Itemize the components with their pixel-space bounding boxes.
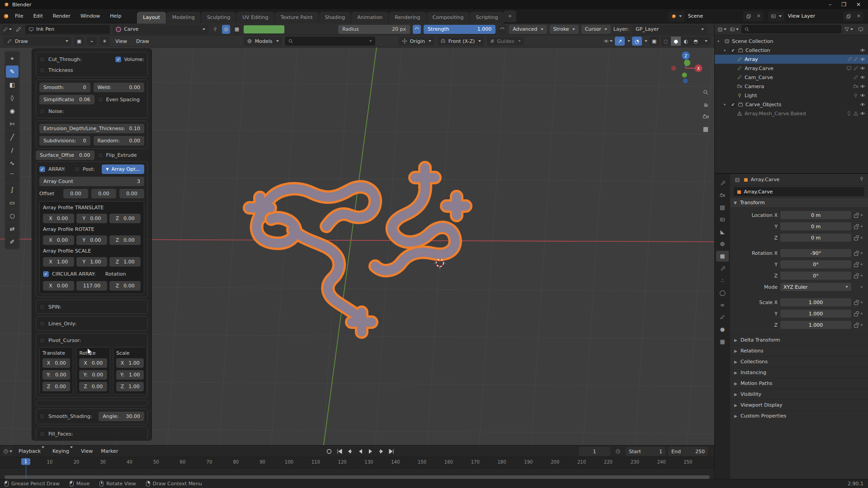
frame-start-field[interactable]: Start1 bbox=[626, 447, 665, 456]
aps-x-field[interactable]: X1.00 bbox=[43, 257, 74, 267]
scene-browse-button[interactable] bbox=[668, 11, 684, 21]
properties-section-header[interactable]: ▶Relations bbox=[730, 345, 868, 356]
timeline-menu-item[interactable]: Playback bbox=[15, 447, 47, 455]
outliner-row[interactable]: Light bbox=[715, 91, 868, 100]
offset-x-field[interactable]: 0.00 bbox=[63, 189, 88, 198]
lock-icon[interactable] bbox=[854, 253, 858, 256]
properties-section-header[interactable]: ▶Motion Paths bbox=[730, 378, 868, 389]
drawing-plane-dropdown[interactable]: Front (X-Z) bbox=[437, 37, 484, 46]
outliner-row[interactable]: Cam_Carve bbox=[715, 73, 868, 82]
workspace-tab[interactable]: Compositing bbox=[427, 12, 470, 23]
window-maximize-button[interactable]: ❐ bbox=[841, 1, 846, 8]
properties-tab[interactable] bbox=[716, 263, 729, 274]
pivot-cursor-checkbox[interactable] bbox=[39, 338, 45, 343]
tool-button[interactable]: ╱ bbox=[6, 131, 19, 143]
window-close-button[interactable]: ✕ bbox=[856, 1, 861, 8]
vertex-color-swatch[interactable] bbox=[244, 25, 284, 33]
tool-button[interactable]: ∿ bbox=[6, 157, 19, 169]
rotation-mode-dropdown[interactable]: XYZ Euler bbox=[780, 283, 851, 291]
transform-panel-header[interactable]: ▼Transform bbox=[730, 197, 868, 208]
lock-icon[interactable] bbox=[854, 324, 858, 328]
properties-tab[interactable] bbox=[716, 190, 729, 201]
shading-rendered-icon[interactable]: ◓ bbox=[691, 37, 701, 46]
use-preview-range-icon[interactable] bbox=[613, 447, 623, 456]
editor-type-icon[interactable] bbox=[3, 447, 13, 456]
snap-icon[interactable]: ⌁ bbox=[87, 37, 97, 46]
properties-tab[interactable]: ■ bbox=[716, 251, 729, 262]
hide-eye-icon[interactable] bbox=[860, 66, 865, 71]
lines-only-checkbox[interactable] bbox=[39, 321, 45, 327]
tool-button[interactable]: ▭ bbox=[6, 197, 19, 209]
tool-button[interactable]: ⌖ bbox=[6, 52, 19, 65]
lock-icon[interactable] bbox=[854, 313, 858, 316]
apt-z-field[interactable]: Z0.00 bbox=[109, 214, 141, 223]
gizmos-dropdown[interactable] bbox=[627, 40, 630, 42]
animate-dot[interactable] bbox=[861, 225, 863, 227]
lock-icon[interactable] bbox=[854, 226, 858, 229]
workspace-tab[interactable]: Layout bbox=[137, 12, 165, 23]
timeline-menu-item[interactable]: View bbox=[78, 447, 96, 455]
navigation-gizmo[interactable]: Z X bbox=[669, 50, 703, 84]
menu-item[interactable]: File bbox=[11, 11, 27, 21]
pan-hand-icon[interactable] bbox=[703, 101, 709, 108]
play-reverse-button[interactable] bbox=[356, 447, 365, 456]
play-button[interactable] bbox=[366, 447, 375, 456]
rotate-x-field[interactable]: X0.00 bbox=[79, 358, 107, 368]
stroke-dropdown[interactable]: Stroke bbox=[550, 25, 579, 34]
lock-icon[interactable] bbox=[854, 237, 858, 240]
workspace-tab[interactable]: Rendering bbox=[389, 12, 426, 23]
properties-section-header[interactable]: ▶Instancing bbox=[730, 367, 868, 378]
add-workspace-button[interactable]: + bbox=[504, 10, 516, 22]
view-layer-copy-button[interactable] bbox=[843, 11, 854, 21]
simplification-field[interactable]: Simplificatio0.06 bbox=[39, 95, 94, 104]
even-spacing-checkbox[interactable] bbox=[98, 97, 104, 103]
outliner-new-collection-icon[interactable] bbox=[856, 25, 866, 34]
outliner-editor-icon[interactable] bbox=[717, 25, 727, 34]
tool-button[interactable]: ○ bbox=[6, 210, 19, 222]
vertex-color-mode-icon[interactable]: ▦ bbox=[233, 25, 241, 34]
scene-copy-button[interactable] bbox=[743, 11, 754, 21]
volume-checkbox[interactable]: ✓ bbox=[115, 56, 121, 62]
scale-x-field[interactable]: X1.00 bbox=[116, 358, 144, 368]
thickness-checkbox[interactable] bbox=[39, 67, 45, 73]
blender-menu-icon[interactable] bbox=[3, 13, 9, 19]
tool-button[interactable]: ⌒ bbox=[6, 170, 19, 183]
strength-pressure-icon[interactable]: ◠ bbox=[498, 25, 506, 34]
fill-faces-checkbox[interactable] bbox=[39, 431, 45, 437]
scale-y-field[interactable]: 1.000 bbox=[780, 310, 851, 318]
workspace-tab[interactable]: Shading bbox=[319, 12, 351, 23]
properties-tab[interactable]: ▤ bbox=[716, 202, 729, 213]
material-mode-icon[interactable] bbox=[222, 25, 230, 34]
array-count-slider[interactable]: Array Count3 bbox=[39, 177, 144, 186]
outliner-filter-icon[interactable] bbox=[844, 25, 854, 34]
aps-z-field[interactable]: Z1.00 bbox=[109, 257, 141, 267]
properties-tab[interactable]: ∴ bbox=[716, 275, 729, 286]
timeline-menu-item[interactable]: Marker bbox=[98, 447, 121, 455]
rotation-z-field[interactable]: 0° bbox=[780, 272, 851, 280]
properties-tab[interactable]: ● bbox=[716, 324, 729, 335]
origin-dropdown[interactable]: Origin bbox=[399, 37, 434, 46]
random-field[interactable]: Random:0.00 bbox=[94, 136, 145, 145]
hide-eye-icon[interactable] bbox=[860, 102, 865, 107]
menu-item[interactable]: Window bbox=[76, 11, 104, 21]
strength-slider[interactable]: Strength1.000 bbox=[424, 25, 495, 34]
selectability-icon[interactable] bbox=[603, 37, 613, 46]
smooth-field[interactable]: Smooth:0 bbox=[39, 83, 90, 92]
hide-eye-icon[interactable] bbox=[860, 84, 865, 89]
advanced-dropdown[interactable]: Advanced bbox=[509, 25, 547, 34]
hide-eye-icon[interactable] bbox=[860, 56, 865, 62]
playhead-badge[interactable]: 1 bbox=[21, 458, 30, 465]
properties-tab[interactable]: ◣ bbox=[716, 226, 729, 237]
location-x-field[interactable]: 0 m bbox=[780, 211, 851, 219]
translate-z-field[interactable]: Z0.00 bbox=[42, 382, 70, 391]
tool-button[interactable]: ◊ bbox=[6, 92, 19, 104]
workspace-tab[interactable]: Modeling bbox=[166, 12, 201, 23]
tool-button[interactable]: ⇄ bbox=[6, 223, 19, 235]
timeline-ruler[interactable]: 1020304050607080901001101201301401501601… bbox=[0, 457, 714, 468]
next-keyframe-button[interactable] bbox=[377, 447, 386, 456]
active-tool-icon[interactable] bbox=[3, 25, 12, 34]
mode-dropdown[interactable]: Draw bbox=[4, 37, 71, 46]
material-selector[interactable]: Carve bbox=[113, 25, 208, 34]
collection-exclude-checkbox[interactable]: ✓ bbox=[731, 102, 736, 107]
properties-section-header[interactable]: ▶Viewport Display bbox=[730, 399, 868, 410]
